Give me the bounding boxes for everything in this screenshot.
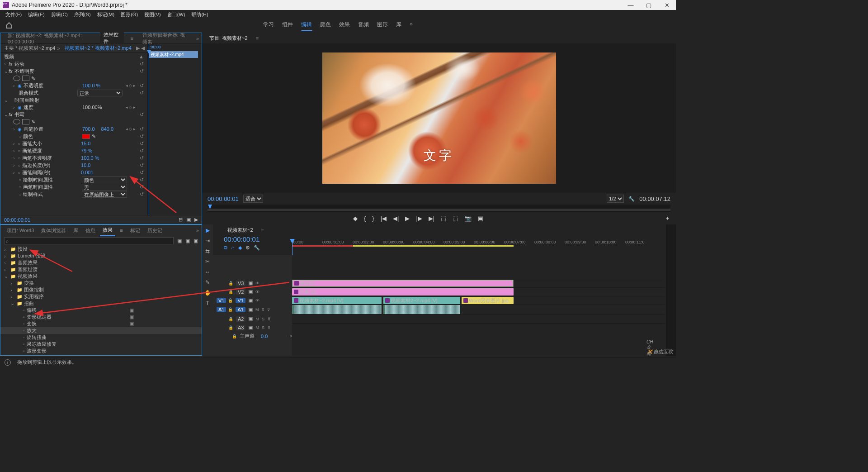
ec-mini-timeline[interactable]: :00:00 视频素材~2.mp4 — [147, 44, 202, 215]
wrench-icon[interactable]: 🔧 — [254, 245, 260, 251]
solo-icon[interactable]: S — [261, 307, 264, 312]
menu-clip[interactable]: 剪辑(C) — [48, 10, 71, 19]
reset-icon[interactable]: ↺ — [140, 112, 144, 118]
source-a1[interactable]: A1 — [217, 307, 226, 312]
panel-menu-icon[interactable]: ≡ — [252, 33, 262, 43]
eye-icon[interactable]: 👁 — [255, 298, 259, 303]
ec-drawstyle-select[interactable]: 在原始图像上 — [82, 191, 127, 198]
voiceover-icon[interactable]: 🎙 — [267, 307, 271, 312]
ws-tab-library[interactable]: 库 — [396, 21, 401, 31]
mute-icon[interactable]: M — [255, 307, 259, 312]
marker-icon[interactable]: ◆ — [238, 245, 242, 251]
effects-folder[interactable]: ›📁预设 — [0, 246, 202, 253]
ec-speed-val[interactable]: 100.00% — [82, 105, 102, 110]
effects-folder[interactable]: ⌄📁扭曲 — [0, 300, 202, 307]
ws-tab-effects[interactable]: 效果 — [339, 21, 350, 31]
panel-menu-icon[interactable]: ≡ — [127, 34, 137, 43]
track-v3[interactable]: V3 — [236, 281, 245, 286]
ec-timeremap[interactable]: 时间重映射 — [14, 97, 73, 104]
ec-color-label[interactable]: 颜色 — [23, 133, 82, 140]
reset-icon[interactable]: ↺ — [140, 61, 144, 67]
kf-nav[interactable]: ◂ ◇ ▸ — [126, 105, 136, 110]
ec-brushpos-x[interactable]: 700.0 — [82, 126, 95, 132]
track-select-tool-icon[interactable]: ⇥ — [205, 238, 210, 244]
ws-tab-assembly[interactable]: 组件 — [282, 21, 293, 31]
reset-icon[interactable]: ↺ — [140, 191, 144, 197]
step-fwd-icon[interactable]: |▶ — [416, 215, 422, 222]
panel-menu-icon[interactable]: ≡ — [117, 226, 125, 235]
ws-tab-audio[interactable]: 音频 — [358, 21, 369, 31]
track-master[interactable]: 主声道 — [240, 333, 255, 339]
ec-brushsize-val[interactable]: 15.0 — [81, 141, 90, 146]
track-row[interactable] — [292, 323, 665, 332]
track-a2[interactable]: A2 — [236, 316, 245, 322]
effect-item[interactable]: ▫放大 — [0, 327, 202, 334]
ec-brushgap[interactable]: 画笔间隔(秒) — [22, 169, 81, 176]
ec-clip-name[interactable]: 视频素材~2 * 视频素材~2.mp4 — [65, 45, 132, 52]
snap-icon[interactable]: ⧉ — [224, 245, 227, 251]
tl-settings-icon[interactable]: ⚙ — [245, 245, 250, 251]
ec-write[interactable]: 书写 — [14, 111, 73, 118]
expand-icon[interactable]: ⇥ — [288, 333, 292, 339]
track-v1[interactable]: V1 — [236, 298, 245, 303]
razor-tool-icon[interactable]: ✂ — [205, 258, 210, 265]
timeline-clip[interactable] — [383, 305, 460, 314]
timeline-clip[interactable]: 视频素材2~2.mp4 [V] — [383, 297, 460, 304]
track-a1[interactable]: A1 — [236, 307, 245, 312]
effect-item[interactable]: ▫果冻效应修复 — [0, 341, 202, 348]
reset-icon[interactable]: ↺ — [140, 170, 144, 176]
menu-help[interactable]: 帮助(H) — [189, 10, 211, 19]
ec-playhead-icons[interactable]: ▶ ◀ — [136, 45, 147, 51]
ec-blend-select[interactable]: 正常 — [77, 90, 123, 96]
reset-icon[interactable]: ↺ — [140, 155, 144, 161]
ec-brushpos-y[interactable]: 840.0 — [101, 126, 114, 132]
tab-project[interactable]: 项目: Word3 — [4, 225, 37, 236]
tab-libraries[interactable]: 库 — [71, 225, 81, 236]
solo-icon[interactable]: S — [262, 317, 264, 321]
tabs-overflow-icon[interactable]: » — [193, 34, 202, 43]
timeline-ruler[interactable]: :00:0000:00:01:0000:00:02:0000:00:03:000… — [292, 235, 665, 255]
effects-folder[interactable]: ›📁图像控制 — [0, 286, 202, 293]
track-row[interactable]: 字幕 02 — [292, 287, 665, 296]
reset-icon[interactable]: ↺ — [140, 133, 144, 139]
reset-icon[interactable]: ↺ — [140, 68, 144, 74]
menu-graphics[interactable]: 图形(G) — [118, 10, 141, 19]
reset-icon[interactable]: ↺ — [140, 141, 144, 147]
lock-icon[interactable]: 🔒 — [228, 290, 233, 294]
source-v1[interactable]: V1 — [217, 298, 226, 303]
ec-toggle-icon[interactable]: ⊟ — [179, 217, 183, 223]
mark-in-icon[interactable]: { — [364, 215, 366, 222]
effects-folder[interactable]: ⌄📁视频效果 — [0, 273, 202, 280]
master-volume[interactable]: 0.0 — [261, 334, 268, 339]
fx-badge-icon[interactable]: ▣ — [193, 238, 198, 244]
effect-item[interactable]: ▫变换▣ — [0, 320, 202, 327]
sequence-tab[interactable]: 视频素材~2 — [224, 225, 257, 235]
reset-icon[interactable]: ↺ — [140, 177, 144, 183]
ec-brushopac[interactable]: 画笔不透明度 — [22, 155, 81, 162]
toggle-output-icon[interactable]: ▣ — [248, 289, 253, 295]
lift-icon[interactable]: ⬚ — [441, 215, 446, 222]
mute-icon[interactable]: M — [255, 325, 259, 330]
track-v2[interactable]: V2 — [236, 289, 245, 295]
solo-icon[interactable]: S — [262, 325, 264, 330]
effects-folder[interactable]: ›📁变换 — [0, 280, 202, 286]
type-tool-icon[interactable]: T — [206, 300, 209, 306]
reset-icon[interactable]: ↺ — [140, 148, 144, 154]
ws-overflow-icon[interactable]: » — [410, 21, 413, 31]
track-row[interactable] — [292, 305, 665, 315]
effects-folder[interactable]: ›📁实用程序 — [0, 293, 202, 300]
tab-markers[interactable]: 标记 — [127, 225, 143, 236]
menu-edit[interactable]: 编辑(E) — [25, 10, 47, 19]
step-back-icon[interactable]: ◀| — [393, 215, 399, 222]
add-marker-icon[interactable]: ◆ — [353, 215, 358, 222]
panel-menu-icon[interactable]: ≡ — [258, 225, 268, 234]
button-editor-icon[interactable]: ＋ — [665, 214, 670, 222]
resolution-select[interactable]: 1/2 — [607, 195, 624, 203]
lock-icon[interactable]: 🔒 — [228, 281, 233, 286]
mask-pen-icon[interactable]: ✎ — [31, 76, 35, 81]
eye-icon[interactable]: 👁 — [255, 290, 259, 294]
timeline-clip[interactable] — [292, 305, 382, 314]
lock-icon[interactable]: 🔒 — [228, 307, 233, 312]
timeline-clips-area[interactable]: 整面层字幕 02视频素材~2.mp4 [V]视频素材2~2.mp4 [V]Wor… — [292, 255, 665, 356]
ec-speed-label[interactable]: 速度 — [24, 104, 82, 111]
